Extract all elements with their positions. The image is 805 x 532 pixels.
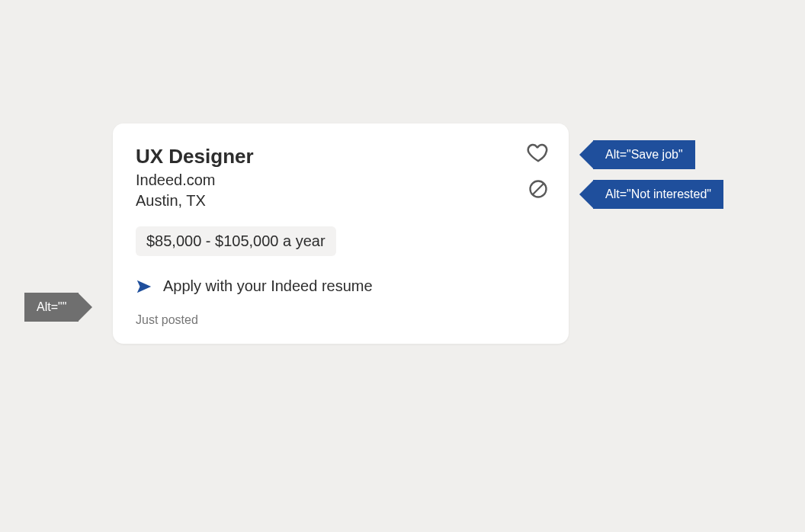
company-name: Indeed.com <box>136 171 546 189</box>
svg-line-1 <box>533 184 544 194</box>
heart-icon <box>527 141 550 167</box>
block-icon <box>528 178 549 203</box>
card-actions <box>526 142 550 203</box>
apply-text: Apply with your Indeed resume <box>163 277 373 295</box>
job-location: Austin, TX <box>136 192 546 210</box>
annotation-empty-alt: Alt="" <box>24 293 92 322</box>
job-card: UX Designer Indeed.com Austin, TX $85,00… <box>113 123 569 344</box>
apply-row[interactable]: Apply with your Indeed resume <box>136 277 546 295</box>
annotation-text: Alt="Not interested" <box>593 180 723 209</box>
annotation-text: Alt="Save job" <box>593 140 695 169</box>
job-title: UX Designer <box>136 145 546 168</box>
send-icon <box>136 278 152 295</box>
save-job-button[interactable] <box>526 142 550 166</box>
annotation-not-interested: Alt="Not interested" <box>579 180 723 209</box>
annotation-text: Alt="" <box>24 293 79 322</box>
not-interested-button[interactable] <box>526 178 550 203</box>
annotation-save-job: Alt="Save job" <box>579 140 695 169</box>
salary-chip: $85,000 - $105,000 a year <box>136 226 336 256</box>
pointer-left-icon <box>579 181 593 208</box>
posted-label: Just posted <box>136 313 546 327</box>
pointer-left-icon <box>579 141 593 168</box>
pointer-right-icon <box>79 293 92 321</box>
